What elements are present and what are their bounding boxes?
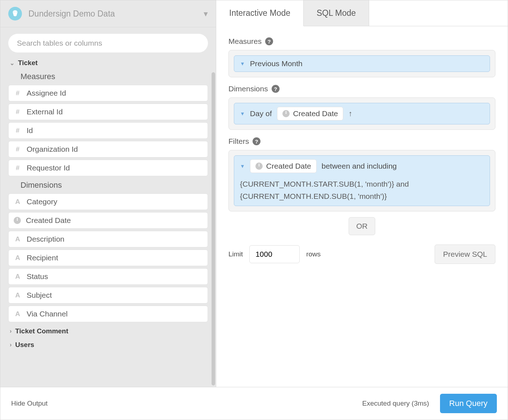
text-type-icon: A [14,235,22,243]
dimension-field-pill[interactable]: Created Date [277,107,344,120]
search-input[interactable] [8,34,208,52]
preview-sql-button[interactable]: Preview SQL [435,245,495,264]
measures-section-label: Measures ? [228,37,495,46]
text-type-icon: A [14,310,22,318]
dimensions-subheader: Dimensions [8,178,208,193]
limit-input[interactable] [249,245,300,263]
field-item[interactable]: ARecipient [8,250,208,266]
text-type-icon: A [14,198,22,206]
tree-group-users[interactable]: › Users [8,338,208,352]
caret-down-icon: ▼ [240,111,245,117]
limit-row: Limit rows Preview SQL [228,245,495,264]
number-type-icon: # [14,89,22,97]
postgres-icon [8,7,22,20]
field-label: Created Date [26,216,71,225]
field-label: Description [27,235,64,243]
field-item[interactable]: #Id [8,122,208,139]
measure-chip[interactable]: ▼ Previous Month [234,55,490,72]
dimension-prefix: Day of [250,109,272,118]
field-label: Recipient [27,254,58,262]
caret-down-icon: ▼ [240,163,245,169]
number-type-icon: # [14,164,22,172]
tree-group-label: Ticket Comment [15,327,68,335]
footer-bar: Hide Output Executed query (3ms) Run Que… [0,387,508,420]
field-item[interactable]: ADescription [8,231,208,247]
field-label: Organization Id [27,145,78,154]
clock-icon [255,163,263,170]
field-item[interactable]: AStatus [8,268,208,285]
number-type-icon: # [14,108,22,116]
tree-group-label: Users [15,341,34,349]
measures-subheader: Measures [8,70,208,85]
mode-tabs: Interactive Mode SQL Mode [216,0,508,26]
number-type-icon: # [14,127,22,134]
sidebar: Dundersign Demo Data ▾ ⌄ Ticket Measures… [0,0,216,387]
filter-chip[interactable]: ▼ Created Date between and including {CU… [234,155,490,206]
hide-output-toggle[interactable]: Hide Output [11,400,47,407]
field-label: Status [27,272,48,281]
query-builder-panel: Interactive Mode SQL Mode Measures ? ▼ P… [216,0,508,387]
tab-sql-mode[interactable]: SQL Mode [304,0,369,26]
limit-suffix: rows [306,250,321,258]
filters-well[interactable]: ▼ Created Date between and including {CU… [228,150,495,211]
field-label: Via Channel [27,310,68,318]
field-label: Assignee Id [27,89,66,97]
field-item[interactable]: Created Date [8,212,208,229]
chevron-down-icon: ⌄ [10,60,14,67]
caret-down-icon: ▼ [240,61,245,67]
tree-group-ticket[interactable]: ⌄ Ticket [8,56,208,70]
clock-icon [282,110,290,117]
datasource-name: Dundersign Demo Data [28,9,115,19]
field-item[interactable]: #Requestor Id [8,160,208,176]
limit-label: Limit [228,250,243,258]
run-query-button[interactable]: Run Query [440,394,497,413]
measures-well[interactable]: ▼ Previous Month [228,50,495,77]
text-type-icon: A [14,291,22,299]
dimension-chip[interactable]: ▼ Day of Created Date ↑ [234,103,490,124]
chevron-right-icon: › [10,342,12,348]
query-status: Executed query (3ms) [362,400,429,407]
field-item[interactable]: #Assignee Id [8,85,208,101]
sort-ascending-icon[interactable]: ↑ [348,109,352,118]
datasource-selector[interactable]: Dundersign Demo Data ▾ [0,0,216,27]
schema-tree: ⌄ Ticket Measures #Assignee Id #External… [0,56,216,387]
chevron-right-icon: › [10,328,12,334]
field-item[interactable]: ACategory [8,193,208,210]
scrollbar[interactable] [212,72,215,385]
field-label: Category [27,197,57,206]
filter-expression: {CURRENT_MONTH.START.SUB(1, 'month')} an… [240,178,484,202]
filters-section-label: Filters ? [228,137,495,146]
add-or-filter-button[interactable]: OR [349,217,375,235]
filter-operator-text: between and including [322,162,397,170]
field-label: Requestor Id [27,164,70,172]
help-icon[interactable]: ? [272,85,280,93]
filter-field-pill[interactable]: Created Date [250,159,317,173]
help-icon[interactable]: ? [253,137,260,145]
chevron-down-icon: ▾ [204,9,208,19]
field-item[interactable]: #Organization Id [8,141,208,158]
field-item[interactable]: AVia Channel [8,306,208,322]
text-type-icon: A [14,254,22,262]
dimensions-well[interactable]: ▼ Day of Created Date ↑ [228,97,495,130]
dimensions-section-label: Dimensions ? [228,85,495,93]
field-label: External Id [27,108,63,116]
field-item[interactable]: ASubject [8,287,208,303]
field-label: Id [27,126,33,135]
dimension-field-label: Created Date [293,109,338,118]
field-item[interactable]: #External Id [8,104,208,120]
tree-group-ticket-comment[interactable]: › Ticket Comment [8,324,208,338]
measure-chip-label: Previous Month [250,59,303,68]
tab-interactive-mode[interactable]: Interactive Mode [216,0,304,26]
text-type-icon: A [14,273,22,280]
number-type-icon: # [14,145,22,153]
filter-field-label: Created Date [266,162,311,170]
field-label: Subject [27,291,52,300]
clock-icon [14,217,21,224]
help-icon[interactable]: ? [265,37,273,45]
tree-group-label: Ticket [18,59,38,67]
